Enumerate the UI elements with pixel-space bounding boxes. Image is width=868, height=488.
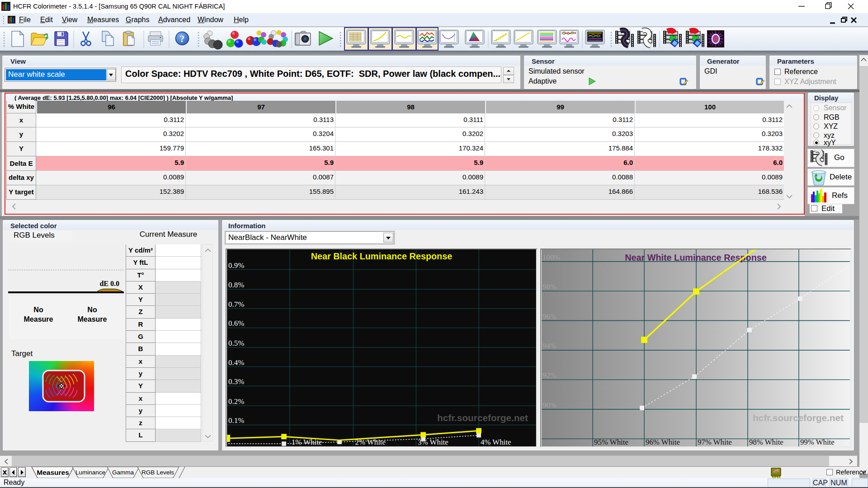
svg-text:Near White Luminance Response: Near White Luminance Response bbox=[625, 253, 767, 263]
svg-text:RGB Levels: RGB Levels bbox=[142, 469, 174, 476]
svg-text:hcfr.sourceforge.net: hcfr.sourceforge.net bbox=[437, 413, 528, 423]
svg-text:hcfr.sourceforge.net: hcfr.sourceforge.net bbox=[753, 413, 844, 423]
svg-text:?: ? bbox=[180, 33, 185, 44]
svg-text:4% White: 4% White bbox=[481, 438, 511, 446]
svg-text:94%: 94% bbox=[542, 342, 557, 350]
svg-text:0.3%: 0.3% bbox=[228, 377, 244, 386]
svg-text:97% White: 97% White bbox=[698, 438, 732, 446]
svg-text:98%: 98% bbox=[542, 282, 557, 291]
svg-text:Measures: Measures bbox=[37, 469, 69, 476]
svg-text:92%: 92% bbox=[542, 371, 557, 380]
svg-text:96%: 96% bbox=[542, 312, 557, 321]
svg-text:100%: 100% bbox=[542, 253, 560, 262]
svg-text:0.2%: 0.2% bbox=[228, 397, 244, 406]
svg-text:0.8%: 0.8% bbox=[228, 281, 244, 289]
svg-text:98% White: 98% White bbox=[749, 438, 783, 446]
svg-text:Gamma: Gamma bbox=[112, 469, 134, 476]
svg-text:0.9%: 0.9% bbox=[228, 261, 244, 270]
svg-text:95% White: 95% White bbox=[594, 438, 628, 446]
svg-text:0.5%: 0.5% bbox=[228, 339, 244, 347]
svg-text:99% White: 99% White bbox=[800, 438, 835, 446]
svg-text:0.7%: 0.7% bbox=[228, 300, 244, 309]
svg-text:90%: 90% bbox=[542, 401, 557, 409]
svg-text:0.4%: 0.4% bbox=[228, 358, 244, 367]
svg-text:96% White: 96% White bbox=[646, 438, 680, 446]
svg-text:Near Black Luminance Response: Near Black Luminance Response bbox=[311, 251, 452, 261]
svg-text:0.1%: 0.1% bbox=[228, 416, 244, 425]
svg-text:Luminance: Luminance bbox=[75, 469, 105, 476]
svg-text:0.6%: 0.6% bbox=[228, 319, 244, 328]
